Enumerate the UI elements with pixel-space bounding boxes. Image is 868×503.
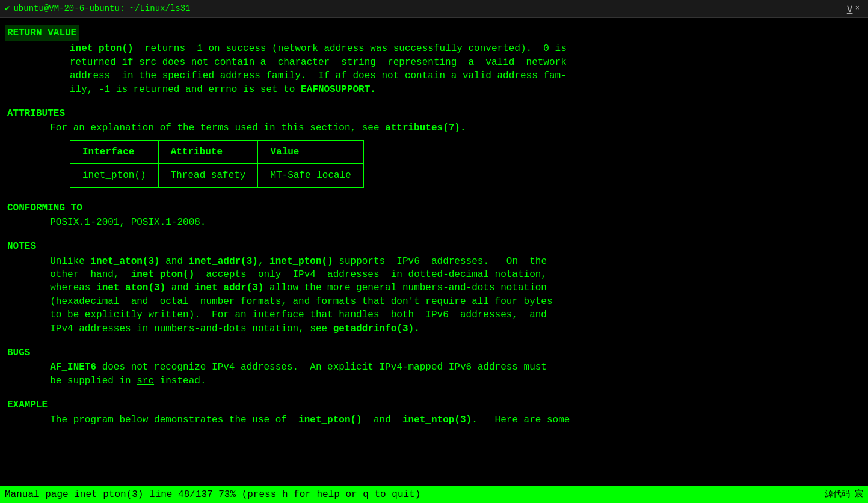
inet-addr-ref1: inet_addr(3), <box>189 256 264 267</box>
inet-pton-ref2: inet_pton() <box>269 256 333 267</box>
table-header-value: Value <box>258 140 363 163</box>
return-value-line-4: ily, -1 is returned and errno is set to … <box>5 83 863 96</box>
return-value-line-2: returned if src does not contain a chara… <box>5 56 863 69</box>
example-line-1: The program below demonstrates the use o… <box>5 413 863 427</box>
eafnosupport-ref: EAFNOSUPPORT. <box>301 84 376 95</box>
example-heading: EXAMPLE <box>5 398 863 412</box>
attributes-intro: For an explanation of the terms used in … <box>5 121 863 135</box>
return-value-section: RETURN VALUE inet_pton() returns 1 on su… <box>0 20 868 97</box>
table-row: inet_pton() Thread safety MT-Safe locale <box>70 164 364 187</box>
table-cell-interface: inet_pton() <box>70 164 159 187</box>
af-inet6-ref: AF_INET6 <box>50 362 96 373</box>
terminal-content: RETURN VALUE inet_pton() returns 1 on su… <box>0 18 868 486</box>
attributes7-ref: attributes(7). <box>385 123 466 133</box>
notes-section: NOTES Unlike inet_aton(3) and inet_addr(… <box>0 235 868 337</box>
tab-title: ubuntu@VM-20-6-ubuntu: ~/Linux/ls31 <box>13 3 851 15</box>
notes-line-6: IPv4 addresses in numbers-and-dots notat… <box>5 322 863 335</box>
attributes-heading: ATTRIBUTES <box>5 107 863 120</box>
locale-info: 源代码 宸 <box>825 489 863 501</box>
return-value-line-1: inet_pton() returns 1 on success (networ… <box>5 42 863 55</box>
return-value-heading: RETURN VALUE <box>5 25 79 41</box>
notes-line-4: (hexadecimal and octal number formats, a… <box>5 295 863 308</box>
example-section: EXAMPLE The program below demonstrates t… <box>0 394 868 428</box>
inet-pton-ref3: inet_pton() <box>131 269 195 280</box>
inet-aton-ref1: inet_aton(3) <box>90 256 159 267</box>
inet-pton-ref4: inet_pton() <box>298 415 362 425</box>
src-ref: src <box>139 57 156 68</box>
attributes-section: ATTRIBUTES For an explanation of the ter… <box>0 102 868 194</box>
inet-pton-ref: inet_pton() <box>70 43 134 54</box>
return-value-line-3: address in the specified address family.… <box>5 69 863 82</box>
bugs-line-1: AF_INET6 does not recognize IPv4 address… <box>5 361 863 374</box>
src-ref2: src <box>137 376 154 386</box>
inet-addr-ref2: inet_addr(3) <box>194 282 263 293</box>
notes-heading: NOTES <box>5 240 863 253</box>
conforming-heading: CONFORMING TO <box>5 201 863 215</box>
inet-ntop-ref: inet_ntop(3). <box>402 415 478 425</box>
table-cell-attribute: Thread safety <box>158 164 258 187</box>
notes-line-1: Unlike inet_aton(3) and inet_addr(3), in… <box>5 255 863 268</box>
conforming-line-1: POSIX.1-2001, POSIX.1-2008. <box>5 216 863 229</box>
notes-line-2: other hand, inet_pton() accepts only IPv… <box>5 268 863 281</box>
errno-ref: errno <box>208 84 237 95</box>
status-bar: Manual page inet_pton(3) line 48/137 73%… <box>0 486 868 503</box>
getaddrinfo-ref: getaddrinfo(3). <box>333 323 420 334</box>
scroll-indicator: ⊻ <box>846 4 854 19</box>
notes-line-3: whereas inet_aton(3) and inet_addr(3) al… <box>5 281 863 294</box>
attributes-table: Interface Attribute Value inet_pton() Th… <box>70 140 364 188</box>
check-icon: ✔ <box>5 3 10 15</box>
af-ref: af <box>336 70 347 81</box>
conforming-section: CONFORMING TO POSIX.1-2001, POSIX.1-2008… <box>0 197 868 231</box>
inet-aton-ref2: inet_aton(3) <box>96 282 165 293</box>
table-header-attribute: Attribute <box>158 140 258 163</box>
status-text: Manual page inet_pton(3) line 48/137 73%… <box>5 488 825 501</box>
bugs-heading: BUGS <box>5 346 863 359</box>
bugs-section: BUGS AF_INET6 does not recognize IPv4 ad… <box>0 341 868 389</box>
table-cell-value: MT-Safe locale <box>258 164 363 187</box>
title-bar: ✔ ubuntu@VM-20-6-ubuntu: ~/Linux/ls31 × … <box>0 0 868 18</box>
table-header-row: Interface Attribute Value <box>70 140 364 163</box>
bugs-line-2: be supplied in src instead. <box>5 374 863 388</box>
table-header-interface: Interface <box>70 140 159 163</box>
notes-line-5: to be explicitly written). For an interf… <box>5 308 863 322</box>
